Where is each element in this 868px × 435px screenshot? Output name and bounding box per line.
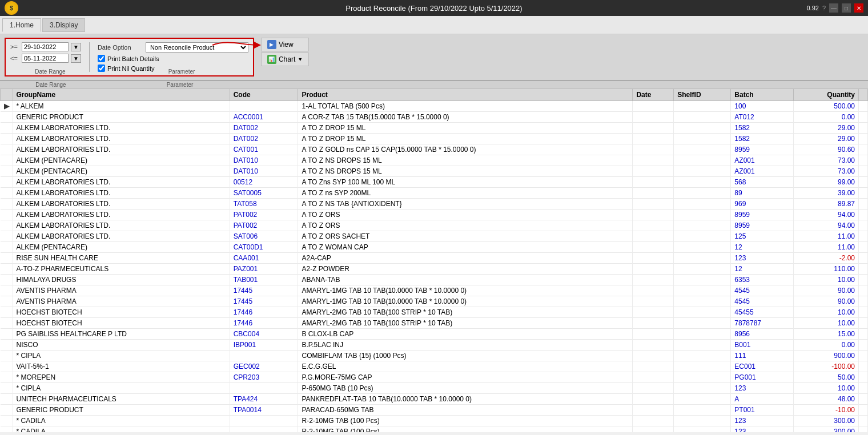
cell-groupname: * CADILA [13, 416, 230, 426]
table-row: ALKEM (PENTACARE) CAT00D1 A TO Z WOMAN C… [1, 242, 868, 253]
cell-quantity: 29.00 [794, 134, 859, 144]
cell-spacer [859, 188, 868, 199]
cell-code: DAT010 [230, 155, 298, 166]
cell-spacer [859, 144, 868, 155]
cell-quantity: 11.00 [794, 231, 859, 242]
cell-batch: 123 [731, 416, 794, 426]
col-indicator [1, 89, 13, 101]
cell-quantity: 90.60 [794, 144, 859, 155]
cell-shelfid [674, 210, 731, 220]
cell-product: A TO Z ORS [298, 220, 633, 231]
cell-shelfid [674, 405, 731, 416]
cell-batch: 12 [731, 264, 794, 275]
cell-date [633, 177, 674, 188]
chart-button[interactable]: 📊 Chart ▼ [261, 53, 309, 66]
cell-code: 17445 [230, 285, 298, 296]
table-row: GENERIC PRODUCT ACC0001 A COR-Z TAB 15 T… [1, 112, 868, 123]
tab-display[interactable]: 3.Display [42, 18, 85, 32]
cell-spacer [859, 351, 868, 361]
cell-batch: PT001 [731, 405, 794, 416]
cell-spacer [859, 264, 868, 275]
cell-quantity: 48.00 [794, 394, 859, 405]
table-row: ALKEM LABORATORIES LTD. 00512 A TO Zns S… [1, 177, 868, 188]
cell-quantity: 90.00 [794, 296, 859, 307]
cell-indicator [1, 264, 13, 275]
cell-code: 17445 [230, 296, 298, 307]
cell-code: CPR203 [230, 372, 298, 383]
cell-groupname: ALKEM LABORATORIES LTD. [13, 220, 230, 231]
cell-shelfid [674, 134, 731, 144]
cell-indicator [1, 134, 13, 144]
cell-product: PARACAD-650MG TAB [298, 405, 633, 416]
table-row: HOECHST BIOTECH 17446 AMARYL-2MG TAB 10 … [1, 318, 868, 329]
date-to-row: <= ▼ [10, 54, 81, 63]
cell-code: TPA424 [230, 394, 298, 405]
parameter-bottom-label: Parameter [97, 82, 263, 88]
cell-code [230, 416, 298, 426]
close-button[interactable]: ✕ [854, 3, 863, 13]
help-icon[interactable]: ? [822, 5, 826, 11]
cell-product: A TO Z DROP 15 ML [298, 123, 633, 134]
cell-code [230, 101, 298, 112]
cell-date [633, 134, 674, 144]
cell-groupname: ALKEM LABORATORIES LTD. [13, 210, 230, 220]
date-to-input[interactable] [22, 54, 69, 63]
cell-quantity: 73.00 [794, 166, 859, 177]
cell-shelfid [674, 340, 731, 351]
maximize-button[interactable]: □ [842, 3, 851, 13]
cell-indicator [1, 123, 13, 134]
cell-batch: 969 [731, 199, 794, 210]
cell-batch: 123 [731, 383, 794, 394]
cell-groupname: HOECHST BIOTECH [13, 307, 230, 318]
cell-code: SAT006 [230, 231, 298, 242]
cell-date [633, 426, 674, 433]
cell-shelfid [674, 329, 731, 340]
cell-code: 17446 [230, 318, 298, 329]
cell-batch: 8959 [731, 220, 794, 231]
date-from-input[interactable] [22, 42, 69, 51]
col-product: Product [298, 89, 633, 101]
cell-code: GEC002 [230, 361, 298, 372]
cell-batch: 4545 [731, 285, 794, 296]
table-row: VAIT-5%-1 GEC002 E.C.G.GEL EC001 -100.00 [1, 361, 868, 372]
cell-date [633, 253, 674, 264]
cell-indicator [1, 351, 13, 361]
cell-quantity: 900.00 [794, 351, 859, 361]
cell-code: CAT00D1 [230, 242, 298, 253]
cell-quantity: 0.00 [794, 112, 859, 123]
cell-shelfid [674, 112, 731, 123]
table-row: ALKEM (PENTACARE) DAT010 A TO Z NS DROPS… [1, 155, 868, 166]
cell-indicator [1, 416, 13, 426]
data-table-container[interactable]: GroupName Code Product Date ShelfID Batc… [0, 88, 868, 432]
cell-product: AMARYL-2MG TAB 10 TAB(100 STRIP * 10 TAB… [298, 307, 633, 318]
date-to-picker[interactable]: ▼ [71, 54, 81, 63]
cell-groupname: ALKEM LABORATORIES LTD. [13, 177, 230, 188]
col-shelfid: ShelfID [674, 89, 731, 101]
cell-code: CAA001 [230, 253, 298, 264]
cell-indicator [1, 242, 13, 253]
cell-indicator [1, 405, 13, 416]
cell-indicator [1, 166, 13, 177]
table-row: * CADILA R-2-10MG TAB (100 Pcs) 123 300.… [1, 416, 868, 426]
tab-home[interactable]: 1.Home [2, 18, 41, 32]
cell-spacer [859, 405, 868, 416]
cell-quantity: 11.00 [794, 242, 859, 253]
cell-quantity: 50.00 [794, 372, 859, 383]
cell-date [633, 405, 674, 416]
cell-product: B CLOX-LB CAP [298, 329, 633, 340]
cell-quantity: 0.00 [794, 340, 859, 351]
cell-batch: 123 [731, 253, 794, 264]
cell-groupname: RISE SUN HEALTH CARE [13, 253, 230, 264]
cell-quantity: 90.00 [794, 285, 859, 296]
minimize-button[interactable]: — [829, 3, 838, 13]
table-row: ALKEM (PENTACARE) DAT010 A TO Z NS DROPS… [1, 166, 868, 177]
table-row: ALKEM LABORATORIES LTD. PAT002 A TO Z OR… [1, 220, 868, 231]
date-from-picker[interactable]: ▼ [71, 43, 81, 51]
table-row: * CADILA R-2-10MG TAB (100 Pcs) 123 300.… [1, 426, 868, 433]
view-button[interactable]: ▶ View [261, 38, 309, 51]
action-buttons: ▶ View 📊 Chart ▼ [261, 38, 309, 66]
print-batch-checkbox[interactable] [98, 55, 105, 62]
cell-quantity: 10.00 [794, 383, 859, 394]
table-row: AVENTIS PHARMA 17445 AMARYL-1MG TAB 10 T… [1, 296, 868, 307]
cell-batch: 1582 [731, 134, 794, 144]
